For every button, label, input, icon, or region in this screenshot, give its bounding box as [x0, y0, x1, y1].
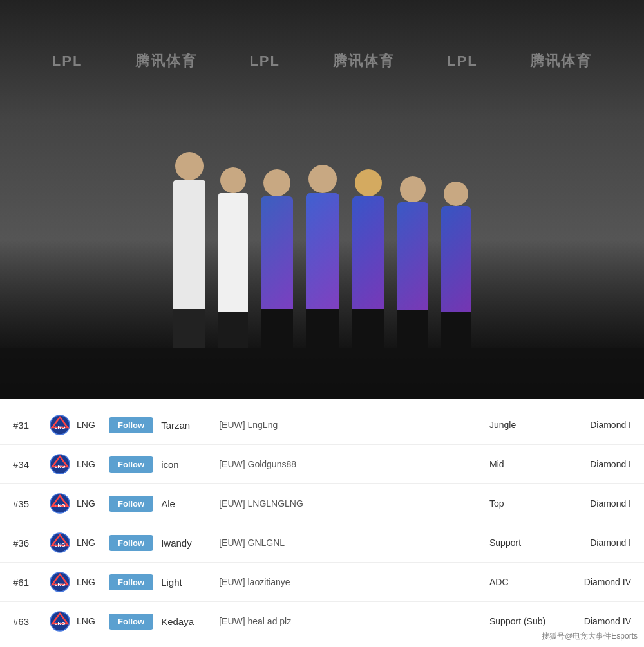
player-name: Ale [161, 498, 219, 509]
svg-text:LNG: LNG [55, 424, 66, 430]
ladder-rank: Diamond IV [554, 616, 631, 626]
svg-text:LNG: LNG [55, 581, 66, 587]
player-table: #31 LNG LNG Follow Tarzan [EUW] LngLng J… [0, 399, 644, 647]
person-1 [173, 152, 205, 348]
table-row: #63 LNG LNG Follow Kedaya [EUW] heal ad … [0, 602, 644, 641]
table-row: #61 LNG LNG Follow Light [EUW] laozitian… [0, 563, 644, 602]
player-rank: #63 [13, 616, 48, 627]
team-logo: LNG [48, 492, 71, 515]
team-logo: LNG [48, 610, 71, 633]
account-name: [EUW] laozitianye [219, 577, 489, 587]
svg-text:LNG: LNG [55, 542, 66, 548]
ladder-rank: Diamond I [554, 498, 631, 509]
ladder-rank: Diamond I [554, 420, 631, 430]
player-name: Tarzan [161, 420, 219, 431]
team-name: LNG [77, 498, 109, 509]
follow-button[interactable]: Follow [109, 417, 153, 433]
player-name: Kedaya [161, 616, 219, 627]
person-3 [261, 169, 293, 348]
person-5 [352, 169, 384, 348]
team-logo: LNG [48, 413, 71, 436]
ladder-rank: Diamond I [554, 459, 631, 469]
player-rank: #36 [13, 538, 48, 549]
person-2 [218, 167, 248, 348]
follow-button[interactable]: Follow [109, 574, 153, 590]
player-name: Iwandy [161, 538, 219, 549]
player-role: Jungle [489, 420, 554, 430]
player-rank: #31 [13, 420, 48, 431]
table-row: #35 LNG LNG Follow Ale [EUW] LNGLNGLNG T… [0, 484, 644, 523]
player-name: Light [161, 577, 219, 588]
ladder-rank: Diamond IV [554, 577, 631, 587]
ladder-rank: Diamond I [554, 538, 631, 548]
team-name: LNG [77, 577, 109, 587]
follow-button[interactable]: Follow [109, 614, 153, 630]
svg-text:LNG: LNG [55, 503, 66, 509]
player-role: Mid [489, 459, 554, 469]
team-name: LNG [77, 616, 109, 626]
table-row: #36 LNG LNG Follow Iwandy [EUW] GNLGNL S… [0, 523, 644, 563]
table-row: #31 LNG LNG Follow Tarzan [EUW] LngLng J… [0, 406, 644, 445]
follow-button[interactable]: Follow [109, 496, 153, 512]
svg-text:LNG: LNG [55, 621, 66, 626]
person-6 [397, 176, 428, 348]
account-name: [EUW] GNLGNL [219, 538, 489, 548]
player-role: ADC [489, 577, 554, 587]
account-name: [EUW] LngLng [219, 420, 489, 430]
team-logo: LNG [48, 531, 71, 554]
player-role: Top [489, 498, 554, 509]
player-role: Support (Sub) [489, 616, 554, 626]
hero-image: LPL 腾讯体育 LPL 腾讯体育 LPL 腾讯体育 [0, 0, 644, 399]
player-rank: #35 [13, 498, 48, 509]
account-name: [EUW] LNGLNGLNG [219, 498, 489, 509]
team-logo: LNG [48, 453, 71, 476]
team-group-photo [0, 152, 644, 348]
player-name: icon [161, 459, 219, 470]
svg-text:LNG: LNG [55, 464, 66, 469]
team-name: LNG [77, 459, 109, 469]
player-rank: #34 [13, 459, 48, 470]
follow-button[interactable]: Follow [109, 456, 153, 473]
account-name: [EUW] Goldguns88 [219, 459, 489, 469]
person-7 [441, 182, 471, 348]
follow-button[interactable]: Follow [109, 535, 153, 551]
person-4 [306, 165, 339, 348]
account-name: [EUW] heal ad plz [219, 616, 489, 626]
team-logo: LNG [48, 570, 71, 594]
player-rank: #61 [13, 577, 48, 588]
team-name: LNG [77, 420, 109, 430]
team-name: LNG [77, 538, 109, 548]
background-logos: LPL 腾讯体育 LPL 腾讯体育 LPL 腾讯体育 [0, 52, 644, 71]
player-role: Support [489, 538, 554, 548]
table-row: #34 LNG LNG Follow icon [EUW] Goldguns88… [0, 445, 644, 484]
